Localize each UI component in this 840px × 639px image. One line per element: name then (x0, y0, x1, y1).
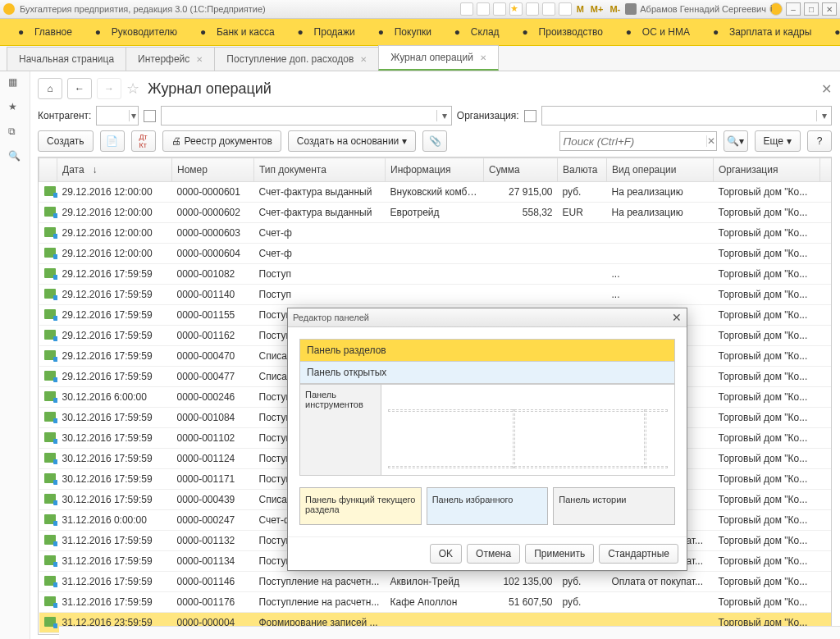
maximize-button[interactable]: □ (804, 2, 819, 16)
clock-icon[interactable] (526, 2, 539, 16)
doc-icon (44, 576, 56, 586)
search-input[interactable]: ✕ (559, 131, 717, 151)
tools-panel[interactable]: Панель инструментов (300, 385, 381, 475)
doc-icon (44, 473, 56, 483)
doc-icon (44, 350, 56, 360)
column-header[interactable] (820, 158, 833, 182)
favorite-icon[interactable]: ☆ (126, 80, 139, 98)
menu-Покупки[interactable]: ●Покупки (367, 19, 443, 45)
sections-panel[interactable]: Панель разделов (300, 340, 674, 362)
tab[interactable]: Начальная страница (7, 47, 126, 71)
doc-icon (44, 391, 56, 401)
table-row[interactable]: 29.12.2016 17:59:590000-001140Поступ...Т… (39, 285, 833, 305)
attach-button[interactable]: 📎 (422, 130, 447, 152)
home-button[interactable]: ⌂ (38, 78, 62, 99)
minimize-button[interactable]: – (786, 2, 801, 16)
menu-Производство[interactable]: ●Производство (511, 19, 614, 45)
star-icon[interactable]: ★ (8, 101, 21, 114)
calendar-icon[interactable] (559, 2, 572, 16)
column-header[interactable]: Сумма (484, 158, 558, 182)
favorites-panel[interactable]: Панель избранного (427, 487, 549, 525)
toolbar-icon[interactable] (477, 2, 490, 16)
menu-ОС и НМА[interactable]: ●ОС и НМА (614, 19, 701, 45)
apply-button[interactable]: Применить (525, 544, 594, 564)
user-name[interactable]: Абрамов Геннадий Сергеевич (640, 4, 766, 14)
more-button[interactable]: Еще ▾ (755, 130, 801, 152)
ruble-icon: ● (200, 26, 212, 38)
counterparty-check[interactable] (144, 110, 156, 122)
toolbar-icon[interactable] (460, 2, 473, 16)
modal-titlebar[interactable]: Редактор панелей ✕ (288, 308, 687, 327)
back-button[interactable]: ← (67, 78, 92, 99)
doc-icon (44, 535, 56, 545)
tab-close-icon[interactable]: ✕ (480, 53, 486, 62)
star-icon[interactable]: ★ (509, 2, 523, 16)
memory-mminus[interactable]: M- (608, 4, 622, 14)
column-header[interactable]: Дата ↓ (57, 158, 172, 182)
open-panel[interactable]: Панель открытых (300, 362, 674, 384)
menu-Операц[interactable]: ●Операц (823, 19, 840, 45)
create-button[interactable]: Создать (38, 130, 94, 152)
tab[interactable]: Поступление доп. расходов✕ (214, 47, 379, 71)
column-header[interactable]: Информация (386, 158, 484, 182)
calc-icon[interactable] (542, 2, 555, 16)
column-header[interactable]: Организация (714, 158, 820, 182)
menu-Продажи[interactable]: ●Продажи (286, 19, 367, 45)
arrow-up-icon: ● (95, 26, 107, 38)
column-header[interactable] (39, 158, 57, 182)
table-row[interactable]: 29.12.2016 12:00:000000-0000604Счет-фТор… (39, 244, 833, 264)
find-button[interactable]: 🔍▾ (724, 130, 748, 152)
column-header[interactable]: Вид операции (607, 158, 714, 182)
counterparty-combo[interactable]: ▾ (96, 106, 139, 126)
page-close-button[interactable]: ✕ (821, 81, 832, 97)
table-row[interactable]: 29.12.2016 12:00:000000-0000603Счет-фТор… (39, 223, 833, 244)
memory-m[interactable]: M (575, 4, 586, 14)
menu-Зарплата и кадры[interactable]: ●Зарплата и кадры (701, 19, 823, 45)
registry-button[interactable]: 🖨 Реестр документов (162, 130, 281, 152)
search-icon[interactable]: 🔍 (8, 150, 21, 163)
standard-button[interactable]: Стандартные (599, 544, 678, 564)
tab-close-icon[interactable]: ✕ (196, 55, 203, 64)
doc-icon (44, 186, 56, 196)
table-row[interactable]: 29.12.2016 12:00:000000-0000601Счет-факт… (39, 182, 833, 203)
user-icon (625, 3, 637, 15)
table-row[interactable]: 29.12.2016 17:59:590000-001082Поступ...Т… (39, 264, 833, 285)
column-header[interactable]: Номер (172, 158, 254, 182)
page-title: Журнал операций (148, 80, 272, 98)
org-combo[interactable]: ▾ (541, 106, 832, 126)
modal-close-button[interactable]: ✕ (672, 311, 682, 324)
menu-Руководителю[interactable]: ●Руководителю (84, 19, 189, 45)
org-check[interactable] (524, 110, 536, 122)
menu-Главное[interactable]: ●Главное (7, 19, 84, 45)
memory-mplus[interactable]: M+ (589, 4, 605, 14)
menu-Банк и касса[interactable]: ●Банк и касса (189, 19, 286, 45)
clear-search-icon[interactable]: ✕ (706, 135, 716, 147)
tab-close-icon[interactable]: ✕ (360, 55, 367, 64)
column-header[interactable]: Тип документа (254, 158, 386, 182)
copy-icon[interactable]: ⧉ (8, 126, 21, 139)
grid-icon[interactable]: ▦ (8, 76, 21, 89)
table-row[interactable]: 29.12.2016 12:00:000000-0000602Счет-факт… (39, 203, 833, 223)
table-row[interactable]: 31.12.2016 17:59:590000-001176Поступлени… (39, 592, 833, 613)
doc-icon (44, 248, 56, 258)
history-panel[interactable]: Панель истории (553, 487, 675, 525)
doc-icon (44, 596, 56, 606)
copy-doc-button[interactable]: 📄 (100, 130, 125, 152)
forward-button[interactable]: → (97, 78, 121, 99)
close-button[interactable]: ✕ (822, 2, 837, 16)
ok-button[interactable]: OK (430, 544, 462, 564)
info-icon[interactable]: i (769, 2, 783, 16)
functions-panel[interactable]: Панель функций текущего раздела (299, 487, 422, 525)
cancel-button[interactable]: Отмена (467, 544, 520, 564)
dt-kt-button[interactable]: ДтКт (131, 130, 156, 152)
counterparty-value[interactable]: ▾ (161, 106, 451, 126)
table-row[interactable]: 31.12.2016 17:59:590000-001146Поступлени… (39, 572, 833, 592)
tab[interactable]: Журнал операций✕ (378, 45, 499, 71)
create-based-button[interactable]: Создать на основании ▾ (288, 130, 417, 152)
column-header[interactable]: Валюта (558, 158, 607, 182)
toolbar-icon[interactable] (493, 2, 506, 16)
menu-Склад[interactable]: ●Склад (443, 19, 511, 45)
doc-icon (44, 412, 56, 422)
help-button[interactable]: ? (807, 130, 832, 152)
tab[interactable]: Интерфейс✕ (126, 47, 215, 71)
